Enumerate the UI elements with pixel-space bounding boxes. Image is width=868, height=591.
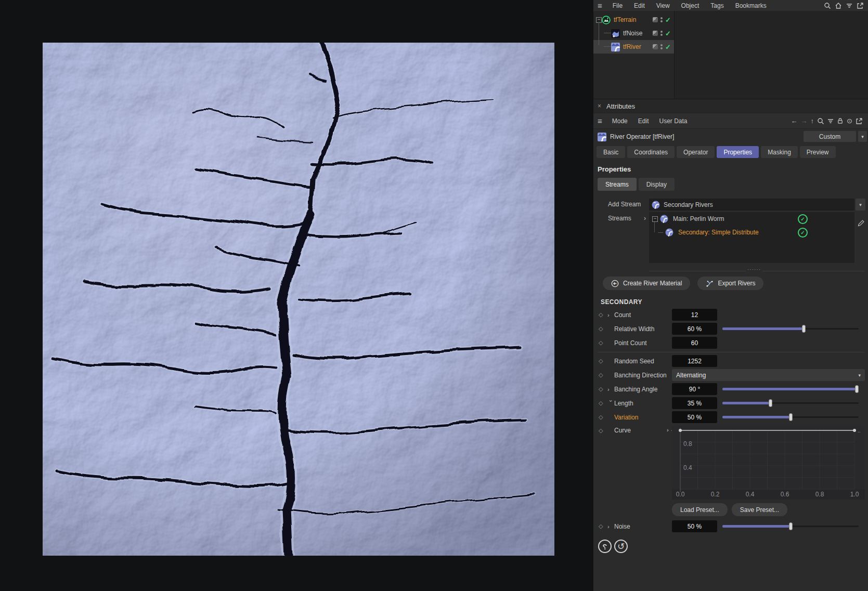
keyframe-diamond-icon[interactable]: ◇ bbox=[599, 372, 607, 378]
keyframe-diamond-icon[interactable]: ◇ bbox=[599, 325, 607, 332]
layer-toggle-icon[interactable] bbox=[653, 44, 658, 49]
tab-preview[interactable]: Preview bbox=[800, 146, 836, 158]
param-expand-icon[interactable]: › bbox=[608, 400, 614, 406]
tree-item-tfnoise[interactable]: tfNoise✓ bbox=[593, 27, 674, 40]
slider-handle[interactable] bbox=[789, 522, 793, 530]
stream-item[interactable]: −Main: Perlin Worm✓ bbox=[649, 212, 854, 226]
param-value-field[interactable]: 12 bbox=[672, 309, 717, 321]
param-value-field[interactable]: 90 ° bbox=[672, 383, 717, 395]
param-slider[interactable] bbox=[722, 397, 859, 409]
add-stream-dropdown[interactable]: Secondary Rivers bbox=[649, 199, 854, 211]
load-preset-button[interactable]: Load Preset... bbox=[672, 503, 728, 516]
tab-properties[interactable]: Properties bbox=[717, 146, 759, 158]
stream-item[interactable]: Secondary: Simple Distribute✓ bbox=[649, 226, 854, 239]
search-icon[interactable] bbox=[817, 117, 824, 125]
viewport-3d[interactable] bbox=[0, 0, 594, 591]
visibility-dots-icon[interactable] bbox=[660, 44, 663, 49]
keyframe-diamond-icon[interactable]: ◇ bbox=[599, 358, 607, 364]
filter-icon[interactable] bbox=[846, 2, 853, 9]
param-value-field[interactable]: 35 % bbox=[672, 397, 717, 409]
tab-basic[interactable]: Basic bbox=[597, 146, 625, 158]
curve-expand-icon[interactable]: › bbox=[667, 427, 669, 433]
slider-handle[interactable] bbox=[789, 413, 793, 421]
attr-menu-edit[interactable]: Edit bbox=[633, 117, 654, 125]
up-arrow-icon[interactable]: ↑ bbox=[811, 117, 814, 125]
param-dropdown-banching-direction[interactable]: Alternating▾ bbox=[672, 369, 865, 381]
enabled-check-icon[interactable]: ✓ bbox=[665, 43, 671, 51]
slider-handle[interactable] bbox=[769, 399, 772, 407]
keyframe-diamond-icon[interactable]: ◇ bbox=[599, 427, 603, 434]
stream-enabled-check-icon[interactable]: ✓ bbox=[798, 214, 808, 224]
param-value-field[interactable]: 60 bbox=[672, 337, 717, 349]
tab-masking[interactable]: Masking bbox=[761, 146, 798, 158]
param-value-field[interactable]: 60 % bbox=[672, 323, 717, 335]
enabled-check-icon[interactable]: ✓ bbox=[665, 30, 671, 37]
tab-operator[interactable]: Operator bbox=[677, 146, 715, 158]
reset-icon[interactable]: ↺ bbox=[614, 540, 628, 553]
param-slider[interactable] bbox=[722, 520, 859, 532]
preset-dropdown-arrow-icon[interactable]: ▾ bbox=[858, 131, 867, 142]
home-icon[interactable] bbox=[835, 2, 842, 9]
target-icon[interactable]: ⊙ bbox=[847, 117, 852, 125]
menubar-item-bookmarks[interactable]: Bookmarks bbox=[730, 2, 772, 9]
attributes-menu-icon[interactable]: ≡ bbox=[593, 116, 607, 125]
group-tab-streams[interactable]: Streams bbox=[598, 178, 637, 191]
menubar-item-view[interactable]: View bbox=[651, 2, 676, 9]
menubar-item-object[interactable]: Object bbox=[676, 2, 705, 9]
menubar-item-edit[interactable]: Edit bbox=[628, 2, 651, 9]
attr-menu-mode[interactable]: Mode bbox=[607, 117, 633, 125]
param-slider[interactable] bbox=[722, 411, 859, 423]
save-preset-button[interactable]: Save Preset... bbox=[732, 503, 787, 516]
layer-toggle-icon[interactable] bbox=[653, 17, 658, 22]
visibility-dots-icon[interactable] bbox=[660, 31, 663, 36]
visibility-dots-icon[interactable] bbox=[660, 17, 663, 22]
expander-icon[interactable]: − bbox=[652, 216, 658, 222]
create-river-material-button[interactable]: Create River Material bbox=[603, 277, 690, 290]
param-value-field[interactable]: 50 % bbox=[672, 411, 717, 423]
param-slider[interactable] bbox=[722, 383, 859, 395]
slider-fill bbox=[722, 525, 791, 528]
panel-menu-icon[interactable]: ≡ bbox=[593, 1, 607, 10]
add-stream-dropdown-arrow-icon[interactable]: ▾ bbox=[856, 199, 865, 211]
external-link-icon[interactable] bbox=[856, 117, 863, 125]
help-icon[interactable]: ? bbox=[598, 540, 612, 553]
keyframe-diamond-icon[interactable]: ◇ bbox=[599, 386, 607, 392]
tree-item-tfriver[interactable]: tfRiver✓ bbox=[593, 40, 674, 54]
external-link-icon[interactable] bbox=[857, 2, 864, 9]
param-expand-icon[interactable]: › bbox=[607, 523, 614, 530]
attr-menu-user-data[interactable]: User Data bbox=[654, 117, 692, 125]
tab-coordinates[interactable]: Coordinates bbox=[627, 146, 675, 158]
keyframe-diamond-icon[interactable]: ◇ bbox=[599, 400, 607, 406]
menubar-item-file[interactable]: File bbox=[607, 2, 628, 9]
slider-handle[interactable] bbox=[855, 385, 859, 393]
lock-icon[interactable] bbox=[837, 117, 844, 125]
param-value-field[interactable]: 50 % bbox=[672, 520, 717, 532]
expander-icon[interactable]: − bbox=[596, 17, 602, 23]
stream-enabled-check-icon[interactable]: ✓ bbox=[798, 228, 808, 238]
pencil-icon[interactable] bbox=[857, 219, 865, 227]
layer-toggle-icon[interactable] bbox=[653, 31, 658, 36]
back-arrow-icon[interactable]: ← bbox=[791, 117, 798, 125]
search-icon[interactable] bbox=[824, 2, 831, 9]
param-expand-icon[interactable]: › bbox=[607, 386, 614, 392]
keyframe-diamond-icon[interactable]: ◇ bbox=[599, 311, 607, 318]
group-tab-display[interactable]: Display bbox=[639, 178, 675, 191]
param-slider[interactable] bbox=[722, 323, 859, 335]
keyframe-diamond-icon[interactable]: ◇ bbox=[599, 414, 607, 421]
tree-item-tfterrain[interactable]: −tfTerrain✓ bbox=[593, 13, 674, 27]
panel-splitter[interactable]: ······ bbox=[593, 268, 868, 274]
preset-dropdown[interactable]: Custom bbox=[804, 131, 856, 142]
keyframe-diamond-icon[interactable]: ◇ bbox=[599, 339, 607, 346]
close-icon[interactable]: × bbox=[593, 102, 606, 110]
param-value-field[interactable]: 1252 bbox=[672, 355, 717, 367]
forward-arrow-icon[interactable]: → bbox=[801, 117, 808, 125]
param-expand-icon[interactable]: › bbox=[607, 312, 614, 318]
filter-icon[interactable] bbox=[827, 117, 834, 125]
slider-handle[interactable] bbox=[802, 325, 806, 333]
curve-editor-graph[interactable]: 0.80.40.00.20.40.60.81.0.. bbox=[672, 426, 865, 500]
export-rivers-button[interactable]: Export Rivers bbox=[697, 277, 763, 290]
keyframe-diamond-icon[interactable]: ◇ bbox=[599, 523, 607, 530]
streams-expand-icon[interactable]: › bbox=[644, 215, 646, 222]
menubar-item-tags[interactable]: Tags bbox=[705, 2, 729, 9]
enabled-check-icon[interactable]: ✓ bbox=[665, 16, 671, 24]
